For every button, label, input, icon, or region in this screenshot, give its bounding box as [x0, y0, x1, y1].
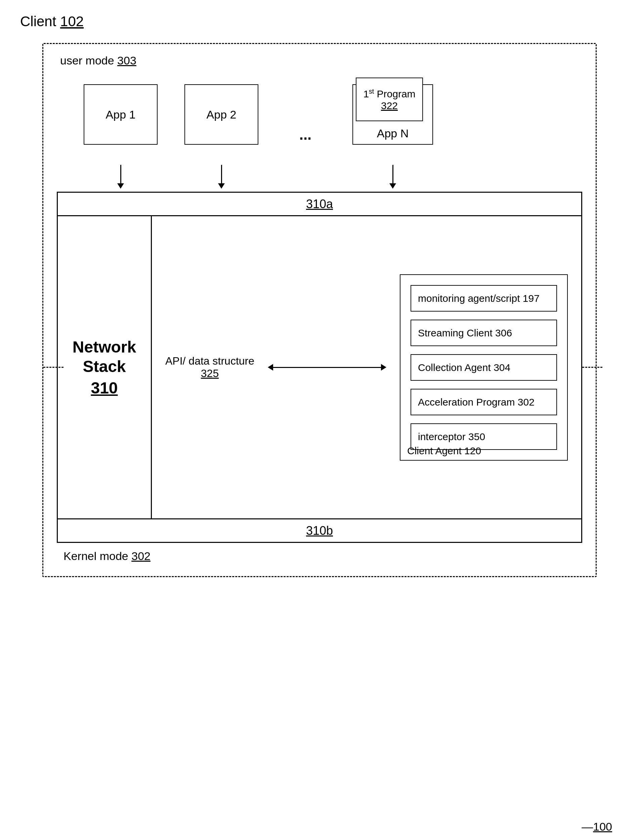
outer-diagram-box: user mode 303 App 1 App 2 ... 1st Progra… [42, 43, 597, 577]
network-stack-right: API/ data structure 325 [152, 216, 581, 518]
app2-box: App 2 [184, 84, 258, 145]
310a-text: 310a [306, 197, 333, 211]
arrow3-line [393, 165, 393, 183]
network-stack-inner: API/ data structure 325 [152, 216, 581, 518]
first-program-label: 1st Program [363, 88, 415, 100]
first-prog-text: Program [374, 88, 415, 99]
app2-label: App 2 [207, 108, 237, 121]
first-program-num: 322 [381, 100, 398, 111]
ellipsis-text: ... [299, 126, 312, 143]
app-n-label: App N [377, 127, 409, 140]
page-container: Client 102 user mode 303 App 1 App 2 ... [0, 0, 639, 840]
label-310a: 310a [58, 193, 581, 216]
kernel-mode-text: Kernel mode [64, 550, 131, 563]
ns-label: Network Stack [73, 338, 136, 376]
streaming-client-label: Streaming Client 306 [418, 327, 512, 338]
api-text: API/ data structure [165, 355, 254, 367]
network-stack-outer: 310a Network Stack 310 [57, 192, 582, 543]
label-310b: 310b [58, 518, 581, 542]
arrow-app1 [84, 165, 157, 189]
api-num: 325 [201, 367, 219, 380]
user-mode-num: 303 [117, 54, 137, 67]
ns-num: 310 [91, 379, 118, 397]
first-program-box: 1st Program 322 [356, 78, 423, 121]
collection-agent-label: Collection Agent 304 [418, 362, 510, 373]
user-mode-text: user mode [60, 54, 117, 67]
arrow-head-right [381, 364, 386, 371]
page-title: Client 102 [20, 13, 619, 30]
ellipsis-spacer [285, 165, 326, 192]
310b-text: 310b [306, 524, 333, 538]
double-arrow [268, 364, 386, 371]
first-prog-num-text: 1 [363, 88, 369, 99]
arrows-row [84, 165, 582, 192]
monitoring-agent-label: monitoring agent/script 197 [418, 293, 540, 304]
monitoring-agent-box: monitoring agent/script 197 [410, 285, 557, 312]
apps-row: App 1 App 2 ... 1st Program 322 [57, 84, 582, 165]
app1-label: App 1 [106, 108, 136, 121]
streaming-client-box: Streaming Client 306 [410, 320, 557, 346]
arrow1-line [120, 165, 121, 183]
client-agent-text: Client Agent 120 [407, 445, 481, 456]
fig-num: 100 [593, 820, 612, 833]
client-agent-box: monitoring agent/script 197 Streaming Cl… [400, 274, 568, 461]
arrow-head-left [268, 364, 273, 371]
arrow2-head [218, 183, 225, 189]
arrow1-head [117, 183, 124, 189]
first-prog-sup: st [369, 88, 374, 95]
app1-box: App 1 [84, 84, 157, 145]
app-n-container: 1st Program 322 App N [353, 84, 433, 145]
kernel-mode-num: 302 [131, 550, 151, 563]
interceptor-label: interceptor 350 [418, 431, 485, 442]
right-dashed-ext [582, 367, 602, 368]
left-dashed-ext [43, 367, 64, 368]
component-boxes: monitoring agent/script 197 Streaming Cl… [410, 285, 557, 450]
network-stack-label-area: Network Stack 310 [58, 216, 152, 518]
user-mode-label: user mode 303 [60, 54, 137, 67]
arrow-h-line [273, 367, 381, 368]
arrow3-head [389, 183, 396, 189]
acceleration-program-label: Acceleration Program 302 [418, 396, 534, 407]
acceleration-program-box: Acceleration Program 302 [410, 389, 557, 415]
client-agent-label: Client Agent 120 [407, 445, 481, 456]
network-stack-label-text: Network Stack [65, 338, 144, 376]
client-label: Client [20, 13, 60, 29]
arrow2-line [221, 165, 222, 183]
network-stack-middle: Network Stack 310 API/ data structure 32… [58, 216, 581, 518]
figure-number: —100 [582, 820, 612, 833]
collection-agent-box: Collection Agent 304 [410, 354, 557, 381]
kernel-mode-label: Kernel mode 302 [57, 550, 582, 563]
client-num: 102 [60, 13, 84, 29]
arrow-app2 [184, 165, 258, 189]
arrow-appn [353, 165, 433, 189]
api-label-area: API/ data structure 325 [165, 355, 254, 380]
ellipsis-label: ... [285, 105, 326, 165]
